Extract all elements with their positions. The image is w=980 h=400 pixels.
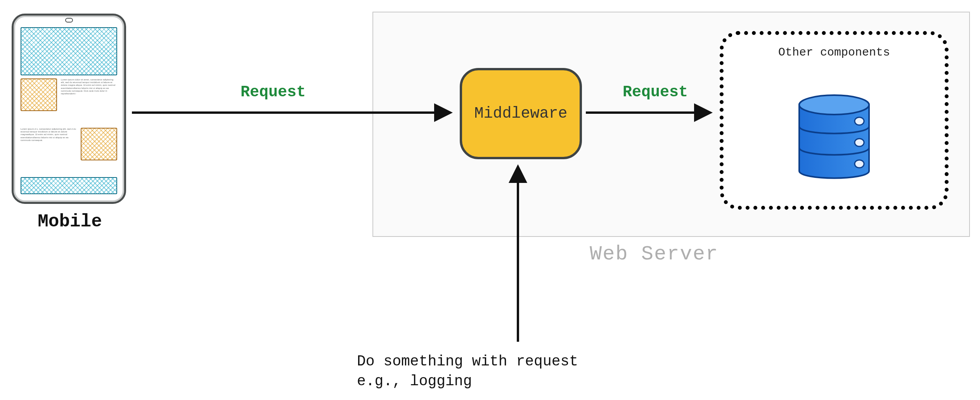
mobile-thumb-1 [21, 78, 57, 111]
mobile-content-row-1: Lorem ipsum dolor sit amet, consectetur … [21, 78, 117, 125]
mobile-label: Mobile [12, 212, 128, 232]
mobile-hero-image [21, 27, 117, 75]
svg-point-3 [855, 160, 864, 168]
svg-point-2 [855, 139, 864, 146]
middleware-node: Middleware [460, 68, 582, 159]
mobile-speaker [65, 18, 73, 23]
web-server-label: Web Server [590, 243, 719, 266]
note-line-2: e.g., logging [357, 373, 472, 390]
request-label-2: Request [623, 83, 688, 101]
mobile-footer-bar [21, 177, 117, 194]
mobile-screen: Lorem ipsum dolor sit amet, consectetur … [21, 27, 117, 194]
mobile-device: Lorem ipsum dolor sit amet, consectetur … [12, 14, 126, 204]
request-label-1: Request [241, 83, 306, 101]
mobile-thumb-2 [81, 128, 117, 160]
other-components-container: Other components [720, 31, 949, 210]
other-components-label: Other components [724, 46, 945, 59]
mobile-content-row-2: Lorem ipsum d s, consectetur adipiscing … [21, 128, 117, 174]
database-icon [793, 89, 875, 186]
middleware-note: Do something with request e.g., logging [357, 351, 578, 391]
mobile-lorem-1: Lorem ipsum dolor sit amet, consectetur … [61, 78, 117, 125]
svg-point-1 [855, 117, 864, 125]
mobile-frame: Lorem ipsum dolor sit amet, consectetur … [12, 14, 126, 204]
middleware-label: Middleware [474, 105, 567, 122]
note-line-1: Do something with request [357, 353, 578, 370]
mobile-lorem-2: Lorem ipsum d s, consectetur adipiscing … [21, 128, 77, 174]
svg-point-0 [799, 95, 869, 115]
diagram-canvas: Lorem ipsum dolor sit amet, consectetur … [0, 0, 980, 400]
